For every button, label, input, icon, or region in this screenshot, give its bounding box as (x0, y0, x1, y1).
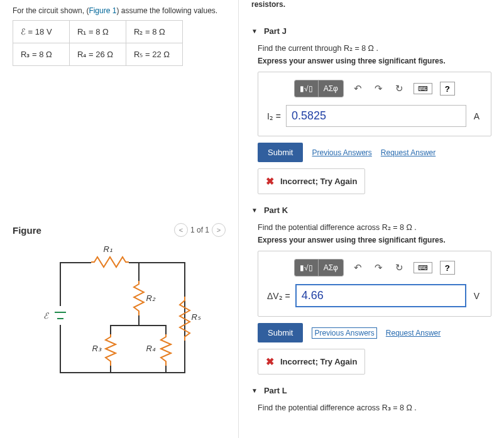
part-k-feedback: ✖ Incorrect; Try Again (258, 349, 365, 375)
part-k-answer-box: ▮√▯ ΑΣφ ↶ ↷ ↻ ? ΔV₂ = V (258, 251, 491, 317)
part-j-answer-box: ▮√▯ ΑΣφ ↶ ↷ ↻ ? I₂ = A (258, 72, 491, 136)
part-j-instruct: Express your answer using three signific… (251, 57, 491, 65)
part-k-prompt: Find the potential difference across R₂ … (251, 222, 491, 232)
emf-source (52, 306, 68, 327)
part-k-title: Part K (264, 205, 288, 215)
val-r3: R₃ = 8 Ω (13, 43, 70, 66)
resistor-r5 (178, 297, 191, 341)
part-k-prev-answers[interactable]: Previous Answers (312, 327, 376, 339)
keyboard-button[interactable] (414, 262, 432, 273)
redo-button[interactable]: ↷ (372, 82, 385, 96)
values-table: ℰ = 18 V R₁ = 8 Ω R₂ = 8 Ω R₃ = 8 Ω R₄ =… (13, 20, 183, 66)
part-l-prompt: Find the potential difference across R₃ … (251, 403, 491, 412)
circuit-diagram: R₁ R₂ R₃ R₄ (41, 243, 198, 381)
part-l-title: Part L (264, 386, 287, 395)
part-j-title: Part J (264, 26, 287, 36)
part-j-lhs: I₂ = (267, 111, 281, 121)
incorrect-icon: ✖ (266, 175, 274, 187)
val-emf: ℰ = 18 V (13, 21, 70, 43)
top-fragment: resistors. (251, 0, 491, 15)
template-icon[interactable]: ▮√▯ (295, 260, 319, 276)
figure-page: 1 of 1 (190, 226, 209, 234)
label-r4: R₄ (146, 344, 155, 353)
part-j-feedback: ✖ Incorrect; Try Again (258, 168, 365, 194)
part-j-prompt: Find the current through R₂ = 8 Ω . (251, 43, 491, 53)
part-j-unit: A (471, 111, 482, 121)
undo-button[interactable]: ↶ (351, 261, 364, 275)
greek-button[interactable]: ΑΣφ (319, 260, 343, 276)
collapse-icon: ▼ (251, 207, 258, 214)
reset-button[interactable]: ↻ (393, 261, 406, 275)
figure-link[interactable]: Figure 1 (89, 6, 116, 15)
label-r3: R₃ (92, 344, 101, 353)
resistor-r4 (160, 334, 172, 366)
collapse-icon: ▼ (251, 387, 258, 394)
part-j-request-answer[interactable]: Request Answer (381, 148, 436, 157)
part-k-feedback-text: Incorrect; Try Again (280, 357, 357, 366)
help-button[interactable]: ? (440, 82, 455, 96)
part-j-header[interactable]: ▼Part J (251, 26, 491, 36)
label-r1: R₁ (104, 244, 112, 254)
part-k-input[interactable] (295, 284, 466, 307)
template-icon[interactable]: ▮√▯ (295, 80, 319, 97)
figure-prev-button[interactable]: < (174, 223, 188, 237)
label-r2: R₂ (146, 293, 155, 303)
val-r2: R₂ = 8 Ω (126, 21, 183, 43)
label-emf: ℰ (43, 311, 48, 320)
val-r1: R₁ = 8 Ω (70, 21, 126, 43)
resistor-r1 (91, 256, 129, 268)
part-k-lhs: ΔV₂ = (267, 291, 290, 301)
part-j-prev-answers[interactable]: Previous Answers (312, 148, 371, 157)
val-r5: R₅ = 22 Ω (126, 43, 183, 66)
redo-button[interactable]: ↷ (372, 261, 385, 275)
part-k: ▼Part K Find the potential difference ac… (251, 205, 491, 375)
incorrect-icon: ✖ (266, 356, 274, 368)
figure-next-button[interactable]: > (212, 223, 226, 237)
greek-button[interactable]: ΑΣφ (319, 80, 343, 97)
label-r5: R₅ (192, 312, 200, 322)
part-j-toolbar: ▮√▯ ΑΣφ ↶ ↷ ↻ ? (267, 80, 482, 97)
part-l-header[interactable]: ▼Part L (251, 386, 491, 395)
resistor-r2 (133, 281, 145, 315)
reset-button[interactable]: ↻ (393, 82, 406, 96)
val-r4: R₄ = 26 Ω (70, 43, 126, 66)
part-k-request-answer[interactable]: Request Answer (386, 329, 441, 337)
figure-title: Figure (13, 225, 41, 236)
part-k-unit: V (471, 291, 482, 301)
intro-prefix: For the circuit shown, ( (13, 6, 89, 15)
part-j-submit[interactable]: Submit (258, 143, 303, 162)
part-j: ▼Part J Find the current through R₂ = 8 … (251, 26, 491, 194)
part-j-feedback-text: Incorrect; Try Again (280, 177, 357, 186)
part-k-instruct: Express your answer using three signific… (251, 236, 491, 244)
intro-suffix: ) assume the following values. (116, 6, 217, 15)
problem-intro: For the circuit shown, (Figure 1) assume… (13, 6, 226, 15)
part-k-submit[interactable]: Submit (258, 323, 303, 342)
collapse-icon: ▼ (251, 28, 258, 35)
figure-pager: < 1 of 1 > (174, 223, 226, 237)
part-k-header[interactable]: ▼Part K (251, 205, 491, 215)
part-k-toolbar: ▮√▯ ΑΣφ ↶ ↷ ↻ ? (267, 259, 482, 276)
resistor-r3 (104, 334, 117, 366)
keyboard-button[interactable] (414, 83, 432, 94)
part-l: ▼Part L Find the potential difference ac… (251, 386, 491, 412)
help-button[interactable]: ? (440, 261, 455, 275)
part-j-input[interactable] (286, 105, 466, 127)
undo-button[interactable]: ↶ (351, 82, 364, 96)
